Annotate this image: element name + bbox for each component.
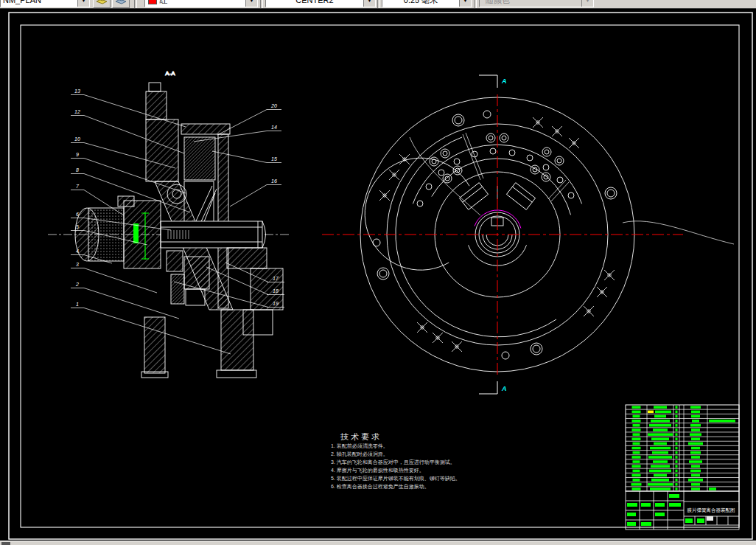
tech-item: 5. 装配过程中应保证摩片铆装不能有划痕、铆钉等缺陷。 xyxy=(331,475,461,482)
part-callout: 19 xyxy=(273,301,279,306)
section-mark-top: A xyxy=(501,77,507,85)
bom-parts-table xyxy=(626,405,739,491)
chevron-down-icon[interactable]: ▼ xyxy=(77,0,89,7)
color-dropdown[interactable]: 红 ▼ xyxy=(144,0,258,7)
part-callout: 13 xyxy=(74,88,80,94)
tech-item: 4. 摩擦片与飞轮的磨损性和吸热性要好。 xyxy=(331,467,424,473)
toolbar-separator xyxy=(134,0,137,9)
layer-dropdown[interactable]: NM_PLAN ▼ xyxy=(0,0,90,7)
toolbar-separator xyxy=(377,0,380,9)
command-line-icon[interactable] xyxy=(1,542,10,545)
chevron-down-icon[interactable]: ▼ xyxy=(245,0,257,7)
plotstyle-dropdown: 随颜色 ▼ xyxy=(479,0,594,7)
part-callout: 5 xyxy=(76,224,79,229)
title-block: 膜片弹簧离合器装配图 xyxy=(626,491,739,530)
tech-item: 1. 装配前必须清洗零件。 xyxy=(331,443,388,449)
layer-properties-button[interactable] xyxy=(93,0,111,8)
layer-properties-icon xyxy=(94,0,109,6)
part-callout: 16 xyxy=(271,178,277,184)
part-callout: 12 xyxy=(74,109,80,114)
lineweight-dropdown[interactable]: 0.25 毫米 ▼ xyxy=(382,0,472,7)
part-callout: 3 xyxy=(76,262,79,267)
toolbar-separator xyxy=(474,0,477,9)
part-callout: 14 xyxy=(271,125,277,130)
part-callout: 6 xyxy=(76,212,79,217)
chevron-down-icon[interactable]: ▼ xyxy=(459,0,471,7)
color-dropdown-value: 红 xyxy=(157,0,245,6)
tech-item: 2. 轴孔装配时必须润滑。 xyxy=(331,451,388,457)
make-layer-current-button[interactable] xyxy=(112,0,130,8)
chevron-down-icon[interactable]: ▼ xyxy=(363,0,375,7)
part-callout: 10 xyxy=(74,136,80,142)
part-callout: 4 xyxy=(76,249,79,254)
section-view: A-A xyxy=(48,70,289,378)
part-callout: 20 xyxy=(270,103,277,108)
linetype-dropdown-value: CENTER2 xyxy=(266,0,363,4)
title-block-white-cell xyxy=(707,516,713,521)
linetype-dropdown[interactable]: CENTER2 ▼ xyxy=(265,0,376,7)
part-callout: 9 xyxy=(76,152,79,157)
top-toolbar: NM_PLAN ▼ 红 ▼ CENTER2 ▼ 0.25 毫米 ▼ 随颜色 ▼ xyxy=(0,0,756,9)
plotstyle-dropdown-value: 随颜色 xyxy=(480,0,581,6)
tech-requirements-title: 技术要求 xyxy=(340,432,382,441)
technical-requirements: 技术要求 1. 装配前必须清洗零件。 2. 轴孔装配时必须润滑。 3. 汽车的飞… xyxy=(331,432,461,490)
part-callout: 18 xyxy=(273,288,279,294)
section-view-title: A-A xyxy=(165,70,175,77)
lineweight-dropdown-value: 0.25 毫米 xyxy=(382,0,459,6)
status-strip xyxy=(0,541,756,545)
section-mark-bottom: A xyxy=(501,385,507,392)
color-swatch-red xyxy=(148,0,157,4)
part-callout: 2 xyxy=(75,282,79,287)
part-callout: 1 xyxy=(76,302,79,307)
layer-dropdown-value: NM_PLAN xyxy=(1,0,77,4)
layers-stack-icon xyxy=(113,0,128,6)
toolbar-separator xyxy=(260,0,263,9)
part-callout: 8 xyxy=(76,167,79,173)
part-callout: 17 xyxy=(273,276,279,281)
cad-viewport[interactable]: A-A xyxy=(0,0,756,545)
chevron-down-icon: ▼ xyxy=(581,0,593,7)
tech-item: 6. 检查离合器接合过程避免产生自激振动。 xyxy=(331,484,430,490)
part-callout: 7 xyxy=(76,184,80,189)
part-callout: 15 xyxy=(271,156,277,162)
tech-item: 3. 汽车的飞轮和离合器应对中，且应进行动平衡测试。 xyxy=(331,459,455,465)
drawing-title: 膜片弹簧离合器装配图 xyxy=(687,507,735,513)
